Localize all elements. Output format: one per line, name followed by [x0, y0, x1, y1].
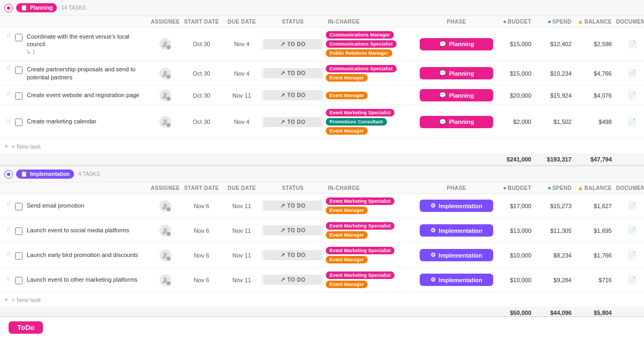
task-docs[interactable]: 📄: [616, 202, 644, 210]
avatar[interactable]: [159, 68, 171, 79]
avatar[interactable]: [159, 225, 171, 237]
due-date-value: Nov 4: [234, 70, 250, 77]
total-budget-value: $241,000: [507, 156, 531, 163]
task-checkbox[interactable]: [15, 227, 23, 235]
phase-label: Implementation: [438, 252, 482, 259]
avatar[interactable]: [159, 38, 171, 50]
task-docs[interactable]: 📄: [616, 91, 644, 99]
phase-badge: ⚙ Implementation: [420, 200, 493, 212]
tag: Event Marketing Specialist: [326, 247, 394, 254]
task-checkbox[interactable]: [15, 92, 23, 100]
task-name-cell: ⠿ Send email promotion: [4, 202, 149, 210]
phase-badge: 💬 Planning: [420, 116, 493, 128]
balance-value: $1,627: [594, 203, 612, 209]
status-badge[interactable]: TO DO: [264, 39, 321, 49]
col-incharge-header: IN-CHARGE: [324, 18, 418, 25]
document-icon[interactable]: 📄: [628, 226, 636, 234]
add-task-implementation[interactable]: ++ New task: [0, 292, 644, 307]
section-toggle-implementation[interactable]: [4, 170, 13, 179]
drag-handle[interactable]: ⠿: [6, 276, 12, 281]
status-badge[interactable]: TO DO: [264, 90, 321, 100]
task-checkbox[interactable]: [15, 34, 23, 41]
status-badge[interactable]: TO DO: [264, 68, 321, 78]
task-assignee[interactable]: [149, 274, 181, 286]
drag-handle[interactable]: ⠿: [6, 91, 12, 97]
due-date-value: Nov 11: [232, 203, 251, 209]
start-date-value: Oct 30: [193, 41, 210, 47]
add-task-planning[interactable]: ++ New task: [0, 139, 644, 153]
phase-badge: 💬 Planning: [420, 38, 493, 50]
task-balance: $2,598: [576, 41, 616, 47]
status-badge[interactable]: TO DO: [264, 250, 321, 260]
tag: Communications Specialist: [326, 65, 397, 72]
task-docs[interactable]: 📄: [616, 69, 644, 77]
total-budget: $241,000: [495, 156, 536, 163]
status-badge[interactable]: TO DO: [264, 225, 321, 236]
col-status-header: STATUS: [262, 185, 324, 191]
task-assignee[interactable]: [149, 90, 181, 101]
status-badge[interactable]: TO DO: [264, 117, 321, 127]
task-assignee[interactable]: [149, 225, 181, 237]
task-incharge-cell: Event Marketing SpecialistPromotions Con…: [324, 108, 418, 136]
drag-handle[interactable]: ⠿: [6, 117, 12, 123]
task-docs[interactable]: 📄: [616, 251, 644, 259]
col-balance-header: ▲BALANCE: [576, 18, 616, 25]
document-icon[interactable]: 📄: [628, 91, 636, 99]
task-status-cell[interactable]: TO DO: [262, 117, 324, 127]
avatar[interactable]: [159, 200, 171, 212]
avatar[interactable]: [159, 274, 171, 286]
task-incharge-cell: Event Marketing SpecialistEvent Manager: [324, 221, 418, 240]
tag: Event Manager: [326, 74, 368, 82]
task-status-cell[interactable]: TO DO: [262, 250, 324, 260]
task-checkbox[interactable]: [15, 252, 23, 260]
section-toggle-planning[interactable]: [4, 4, 13, 12]
column-header-row: ASSIGNEE START DATE DUE DATE STATUS IN-C…: [0, 16, 644, 27]
document-icon[interactable]: 📄: [628, 40, 636, 48]
drag-handle[interactable]: ⠿: [6, 226, 12, 232]
drag-handle[interactable]: ⠿: [6, 202, 12, 207]
due-date-value: Nov 11: [232, 277, 251, 283]
task-checkbox[interactable]: [15, 67, 23, 74]
task-assignee[interactable]: [149, 68, 181, 79]
task-checkbox[interactable]: [15, 203, 23, 210]
task-status-cell[interactable]: TO DO: [262, 275, 324, 285]
document-icon[interactable]: 📄: [628, 202, 636, 210]
task-status-cell[interactable]: TO DO: [262, 68, 324, 78]
document-icon[interactable]: 📄: [628, 276, 636, 284]
document-icon[interactable]: 📄: [628, 118, 636, 126]
task-docs[interactable]: 📄: [616, 226, 644, 234]
tag: Event Manager: [326, 231, 368, 239]
due-date-value: Nov 11: [232, 252, 251, 259]
spend-value: $10,234: [550, 70, 572, 77]
task-name-cell: ⠿ Coordinate with the event venue's loca…: [4, 33, 149, 56]
document-icon[interactable]: 📄: [628, 251, 636, 259]
task-docs[interactable]: 📄: [616, 276, 644, 284]
avatar[interactable]: [159, 249, 171, 261]
task-status-cell[interactable]: TO DO: [262, 201, 324, 211]
drag-handle[interactable]: ⠿: [6, 65, 12, 71]
task-docs[interactable]: 📄: [616, 118, 644, 126]
task-checkbox[interactable]: [15, 277, 23, 284]
task-assignee[interactable]: [149, 38, 181, 50]
document-icon[interactable]: 📄: [628, 69, 636, 77]
spend-value: $15,273: [550, 203, 572, 209]
task-status-cell[interactable]: TO DO: [262, 225, 324, 236]
task-status-cell[interactable]: TO DO: [262, 39, 324, 49]
task-assignee[interactable]: [149, 116, 181, 128]
task-balance: $1,695: [576, 227, 616, 234]
task-assignee[interactable]: [149, 200, 181, 212]
drag-handle[interactable]: ⠿: [6, 33, 12, 38]
status-badge[interactable]: TO DO: [264, 201, 321, 211]
todo-label: ToDo: [9, 321, 43, 334]
status-badge[interactable]: TO DO: [264, 275, 321, 285]
avatar[interactable]: [159, 116, 171, 128]
avatar[interactable]: [159, 90, 171, 101]
column-header-row: ASSIGNEE START DATE DUE DATE STATUS IN-C…: [0, 182, 644, 194]
task-checkbox[interactable]: [15, 119, 23, 126]
task-assignee[interactable]: [149, 249, 181, 261]
task-status-cell[interactable]: TO DO: [262, 90, 324, 100]
table-row: ⠿ Create marketing calendar Oct 30 Nov 4…: [0, 105, 644, 139]
tag: Event Manager: [326, 281, 368, 288]
task-docs[interactable]: 📄: [616, 40, 644, 48]
drag-handle[interactable]: ⠿: [6, 251, 12, 256]
